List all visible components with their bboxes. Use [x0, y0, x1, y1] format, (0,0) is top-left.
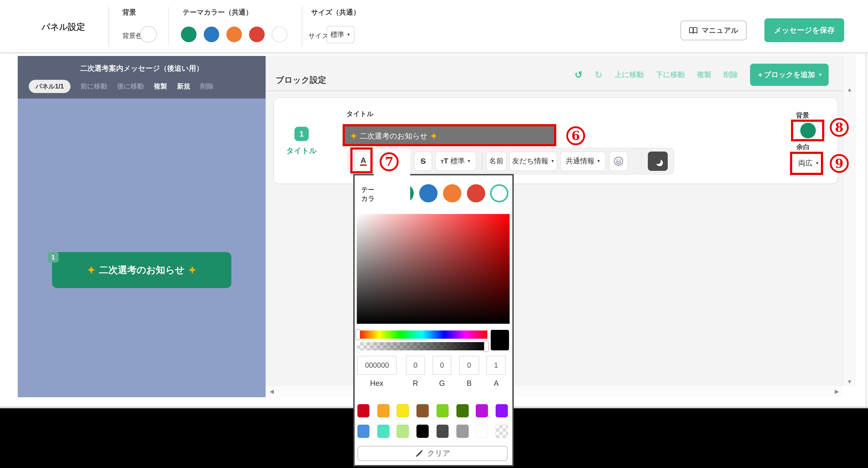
swatch[interactable]: [397, 404, 409, 417]
swatch[interactable]: [437, 404, 449, 417]
swatch[interactable]: [457, 425, 469, 438]
save-message-button[interactable]: メッセージを保存: [765, 18, 844, 42]
divider: [641, 152, 642, 170]
alpha-slider[interactable]: [357, 342, 487, 350]
preview-title-text: 二次選考のお知らせ: [99, 264, 185, 276]
clear-color-button[interactable]: クリア: [358, 446, 508, 461]
swatch[interactable]: [377, 404, 390, 417]
vertical-scrollbar[interactable]: ▲ ▼: [843, 55, 856, 386]
insert-name-button[interactable]: 名前: [486, 151, 506, 171]
divider: [168, 7, 169, 47]
block-number-badge: 1: [48, 252, 59, 262]
swatch[interactable]: [476, 404, 488, 417]
star-icon: [87, 266, 96, 274]
moon-icon: [653, 156, 663, 166]
picker-theme-white-selected[interactable]: [490, 184, 508, 203]
picker-theme-blue[interactable]: [419, 184, 438, 203]
alpha-input[interactable]: 1: [486, 356, 506, 375]
annotation-box-7: [350, 147, 372, 173]
chevron-down-icon: ▼: [467, 159, 471, 163]
hex-input[interactable]: 000000: [358, 356, 397, 375]
current-color-preview: [491, 330, 509, 350]
message-title: 二次選考案内メッセージ（後追い用）: [18, 64, 266, 73]
duplicate-panel-button[interactable]: 複製: [154, 82, 167, 91]
background-color-swatch[interactable]: [140, 26, 157, 42]
font-size-button[interactable]: TT 標準 ▼: [435, 151, 476, 171]
theme-color-green[interactable]: [181, 27, 196, 42]
panel-controls: パネル1/1 前に移動 後に移動 複製 新規 削除: [29, 79, 261, 94]
move-next-button[interactable]: 後に移動: [117, 82, 144, 91]
saturation-area[interactable]: [357, 214, 509, 324]
undo-icon[interactable]: ↺: [575, 70, 583, 80]
book-icon: [689, 27, 698, 34]
annotation-box-6: [343, 124, 556, 146]
move-block-down-button[interactable]: 下に移動: [656, 70, 685, 80]
size-select[interactable]: 標準 ▼: [327, 26, 354, 43]
theme-color-white[interactable]: [272, 27, 287, 42]
common-info-button[interactable]: 共通情報 ▼: [560, 151, 606, 171]
friend-info-button[interactable]: 友だち情報 ▼: [509, 151, 557, 171]
hue-handle[interactable]: [355, 329, 360, 340]
swatch[interactable]: [397, 425, 409, 438]
swatch[interactable]: [437, 425, 449, 438]
strikethrough-button[interactable]: S: [414, 151, 432, 171]
swatch[interactable]: [358, 425, 370, 438]
panel-pager-badge: パネル1/1: [29, 80, 70, 93]
scroll-down-icon[interactable]: ▼: [847, 379, 852, 384]
swatch[interactable]: [457, 404, 469, 417]
block-index-badge: 1: [294, 127, 309, 141]
alpha-handle[interactable]: [484, 341, 488, 351]
annotation-box-9: [790, 152, 823, 175]
green-input[interactable]: 0: [433, 356, 452, 375]
duplicate-block-button[interactable]: 複製: [697, 70, 711, 80]
theme-color-red[interactable]: [249, 27, 265, 42]
divider: [108, 7, 109, 47]
swatch[interactable]: [496, 404, 508, 417]
page-title: パネル設定: [41, 21, 85, 33]
annotation-number-7: 7: [380, 152, 399, 171]
scroll-up-icon[interactable]: ▲: [847, 87, 852, 92]
swatch[interactable]: [416, 425, 429, 438]
move-block-up-button[interactable]: 上に移動: [615, 70, 644, 80]
picker-theme-orange[interactable]: [443, 184, 461, 203]
chevron-down-icon: ▼: [347, 32, 350, 37]
blue-input[interactable]: 0: [459, 356, 479, 375]
hue-slider[interactable]: [357, 330, 487, 339]
app-window: パネル設定 背景 背景色 テーマカラー（共通） サイズ（共通） サイズ 標準 ▼…: [0, 0, 868, 468]
swatch[interactable]: [358, 404, 370, 417]
chevron-down-icon: ▼: [551, 159, 554, 163]
new-panel-button[interactable]: 新規: [177, 82, 190, 91]
swatch[interactable]: [377, 425, 390, 438]
add-block-button[interactable]: ＋ブロックを追加 ▼: [750, 64, 829, 86]
hex-label: Hex: [366, 379, 388, 388]
theme-color-blue[interactable]: [204, 27, 219, 42]
annotation-number-6: 6: [566, 126, 585, 145]
swatch[interactable]: [476, 425, 488, 438]
theme-color-orange[interactable]: [226, 27, 242, 42]
block-bg-label: 背景: [796, 111, 809, 120]
swatch[interactable]: [496, 425, 508, 438]
manual-button[interactable]: マニュアル: [680, 21, 747, 40]
annotation-box-8: [791, 120, 824, 141]
delete-block-button[interactable]: 削除: [723, 70, 738, 80]
preview-canvas: 1 二次選考のお知らせ: [18, 98, 266, 397]
move-prev-button[interactable]: 前に移動: [80, 82, 107, 91]
scroll-right-icon[interactable]: ▶: [835, 389, 839, 394]
delete-panel-button[interactable]: 削除: [200, 82, 213, 91]
annotation-number-8: 8: [830, 118, 849, 137]
clear-icon: [415, 449, 423, 458]
red-input[interactable]: 0: [406, 356, 425, 375]
title-field-label: タイトル: [346, 110, 374, 118]
background-section-label: 背景: [122, 8, 136, 17]
divider: [302, 7, 302, 47]
theme-section-label: テーマカラー（共通）: [183, 8, 253, 17]
dark-mode-button[interactable]: [648, 151, 668, 171]
swatch[interactable]: [416, 404, 429, 417]
emoji-button[interactable]: [609, 151, 628, 171]
title-block-preview[interactable]: 1 二次選考のお知らせ: [52, 252, 231, 288]
picker-theme-red[interactable]: [467, 184, 485, 203]
horizontal-scrollbar[interactable]: ◀ ▶: [266, 386, 843, 397]
annotation-number-9: 9: [830, 154, 849, 173]
redo-icon[interactable]: ↻: [595, 70, 602, 80]
scroll-left-icon[interactable]: ◀: [270, 389, 274, 394]
